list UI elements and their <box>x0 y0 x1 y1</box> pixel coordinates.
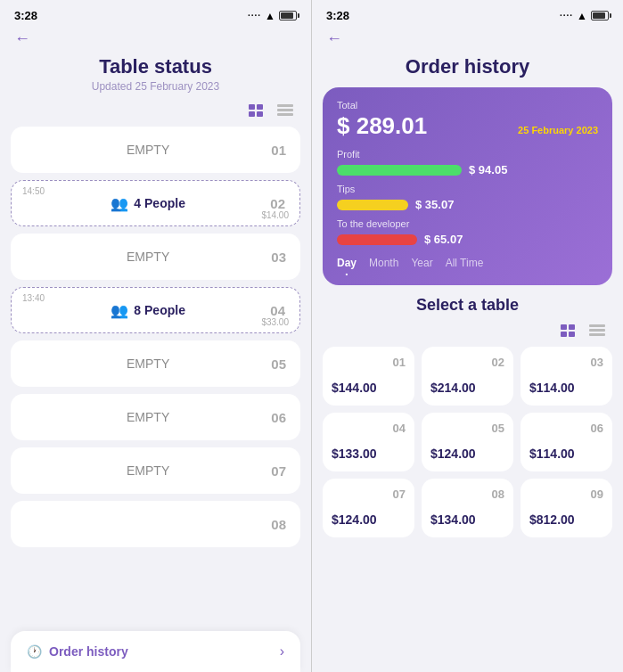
people-icon: 👥 <box>111 195 128 212</box>
signal-icon: ···· <box>248 11 261 20</box>
grid-cell[interactable]: 02 $214.00 <box>422 347 513 406</box>
status-icons-left: ···· ▲ <box>248 10 297 22</box>
grid-cell[interactable]: 01 $144.00 <box>323 347 414 406</box>
svg-rect-1 <box>257 104 263 110</box>
svg-rect-11 <box>589 324 605 327</box>
grid-cell[interactable]: 09 $812.00 <box>521 479 612 537</box>
tips-amount: $ 35.07 <box>415 198 454 211</box>
table-list: EMPTY 01 14:50 👥 4 People 02 $14.00 EMPT… <box>0 127 311 627</box>
left-screen: 3:28 ···· ▲ ← Table status Updated 25 Fe… <box>0 0 311 672</box>
table-row[interactable]: EMPTY 01 <box>11 127 300 173</box>
svg-rect-12 <box>589 329 605 332</box>
profit-bar <box>337 165 462 176</box>
developer-label: To the developer <box>337 218 598 229</box>
table-row[interactable]: 14:50 👥 4 People 02 $14.00 <box>11 180 300 226</box>
time-left: 3:28 <box>14 9 37 22</box>
table-row[interactable]: EMPTY 05 <box>11 340 300 387</box>
developer-row: To the developer $ 65.07 <box>337 218 598 246</box>
people-info: 👥 8 People <box>26 302 270 319</box>
order-history-left: 🕐 Order history <box>27 644 128 659</box>
svg-rect-0 <box>249 104 255 110</box>
svg-rect-9 <box>561 332 567 337</box>
table-row[interactable]: EMPTY 07 <box>11 447 300 494</box>
total-label: Total <box>337 100 598 111</box>
svg-rect-4 <box>277 104 293 107</box>
order-history-label: Order history <box>49 644 128 659</box>
table-row[interactable]: EMPTY 03 <box>11 234 300 280</box>
grid-view-btn-right[interactable] <box>557 322 580 340</box>
wifi-icon: ▲ <box>265 10 275 22</box>
back-button-left[interactable]: ← <box>0 26 311 55</box>
grid-cell[interactable]: 04 $133.00 <box>323 413 414 471</box>
battery-icon <box>279 11 297 20</box>
order-card: Total $ 289.01 25 February 2023 Profit $… <box>323 87 612 285</box>
developer-bar <box>337 234 417 245</box>
total-date: 25 February 2023 <box>518 125 598 135</box>
table-grid: 01 $144.00 02 $214.00 03 $114.00 04 $133… <box>312 347 623 537</box>
people-info: 👥 4 People <box>26 195 270 212</box>
status-bar-left: 3:28 ···· ▲ <box>0 0 311 26</box>
tab-year[interactable]: Year <box>411 257 432 273</box>
tab-day[interactable]: Day <box>337 257 357 273</box>
svg-rect-5 <box>277 109 293 111</box>
people-icon: 👥 <box>111 302 128 319</box>
battery-icon <box>591 11 609 20</box>
order-history-bar[interactable]: 🕐 Order history › <box>11 631 300 672</box>
tips-row: Tips $ 35.07 <box>337 184 598 211</box>
grid-icon <box>561 324 577 337</box>
time-tabs: Day Month Year All Time <box>337 257 598 273</box>
grid-cell[interactable]: 03 $114.00 <box>521 347 612 406</box>
svg-rect-2 <box>249 111 255 117</box>
profit-bar-row: $ 94.05 <box>337 163 598 176</box>
time-right: 3:28 <box>326 9 349 22</box>
view-toggle-left <box>0 102 311 127</box>
total-row: $ 289.01 25 February 2023 <box>337 112 598 140</box>
svg-rect-6 <box>277 113 293 116</box>
developer-bar-row: $ 65.07 <box>337 233 598 246</box>
table-grid-toggle <box>312 322 623 347</box>
total-amount: $ 289.01 <box>337 112 427 140</box>
developer-amount: $ 65.07 <box>424 233 463 246</box>
tips-bar-row: $ 35.07 <box>337 198 598 211</box>
svg-rect-8 <box>569 324 575 330</box>
page-subtitle-left: Updated 25 February 2023 <box>0 80 311 93</box>
grid-cell[interactable]: 08 $134.00 <box>422 479 513 537</box>
status-bar-right: 3:28 ···· ▲ <box>312 0 623 26</box>
clock-icon: 🕐 <box>27 644 42 659</box>
svg-rect-3 <box>257 111 263 117</box>
tips-label: Tips <box>337 184 598 194</box>
list-view-btn-right[interactable] <box>586 322 609 340</box>
table-row[interactable]: 13:40 👥 8 People 04 $33.00 <box>11 287 300 333</box>
profit-row: Profit $ 94.05 <box>337 149 598 176</box>
back-button-right[interactable]: ← <box>312 26 623 55</box>
select-table-title: Select a table <box>312 296 623 315</box>
status-icons-right: ···· ▲ <box>560 10 609 22</box>
list-icon <box>277 104 293 117</box>
list-view-btn[interactable] <box>274 102 297 119</box>
grid-cell[interactable]: 07 $124.00 <box>323 479 414 537</box>
page-title-left: Table status <box>0 55 311 78</box>
grid-cell[interactable]: 06 $114.00 <box>521 413 612 471</box>
tab-month[interactable]: Month <box>369 257 398 273</box>
tab-alltime[interactable]: All Time <box>446 257 484 273</box>
table-row[interactable]: EMPTY 06 <box>11 394 300 440</box>
grid-view-btn[interactable] <box>245 102 268 119</box>
list-icon <box>589 324 605 337</box>
page-title-right: Order history <box>312 55 623 78</box>
wifi-icon: ▲ <box>577 10 587 22</box>
right-screen: 3:28 ···· ▲ ← Order history Total $ 289.… <box>312 0 623 672</box>
svg-rect-10 <box>569 332 575 337</box>
order-history-chevron: › <box>280 643 284 660</box>
signal-icon: ···· <box>560 11 573 20</box>
svg-rect-13 <box>589 333 605 336</box>
grid-icon <box>249 104 265 117</box>
svg-rect-7 <box>561 324 567 330</box>
profit-amount: $ 94.05 <box>469 163 507 176</box>
left-title-section: Table status Updated 25 February 2023 <box>0 55 311 102</box>
grid-cell[interactable]: 05 $124.00 <box>422 413 513 471</box>
profit-label: Profit <box>337 149 598 160</box>
table-row[interactable]: 08 <box>11 501 300 547</box>
tips-bar <box>337 200 408 210</box>
